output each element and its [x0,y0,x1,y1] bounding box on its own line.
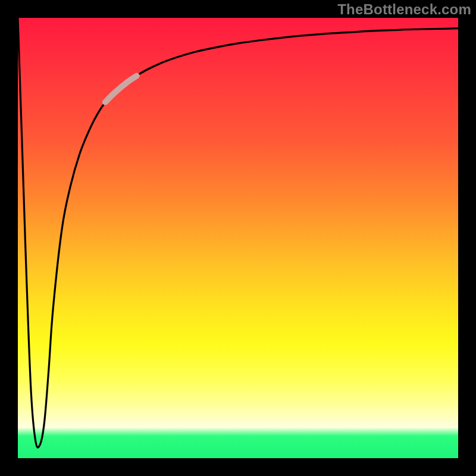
curve-layer [18,18,458,458]
bottleneck-curve [18,18,458,447]
chart-frame: TheBottleneck.com [0,0,476,476]
plot-area [18,18,458,458]
curve-highlight-segment [105,76,137,102]
watermark-text: TheBottleneck.com [337,1,471,18]
